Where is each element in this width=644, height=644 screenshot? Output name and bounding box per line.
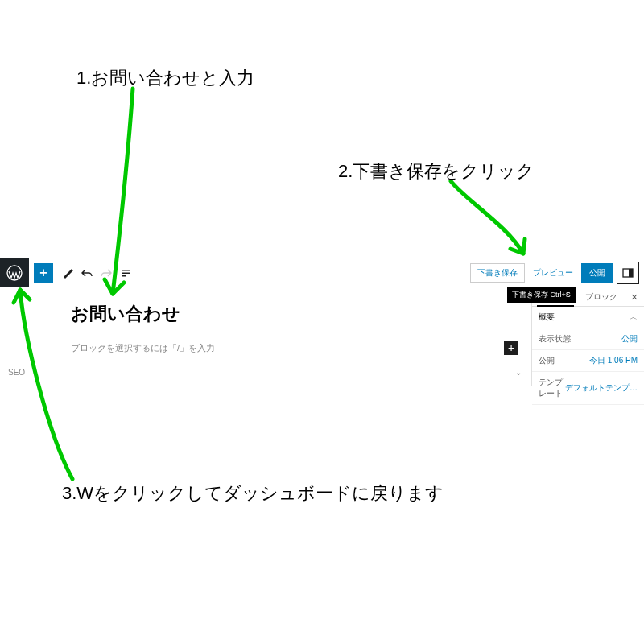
- svg-rect-1: [122, 270, 130, 271]
- wordpress-editor: + 下書き保存 プレビュー 公開 お問い合わせ ブロックを選択するには「/」を入…: [0, 258, 644, 386]
- chevron-down-icon[interactable]: ⌄: [515, 368, 522, 377]
- row-template[interactable]: テンプレート デフォルトテンプ…: [532, 372, 644, 405]
- svg-rect-3: [122, 275, 126, 277]
- redo-icon[interactable]: [97, 264, 115, 282]
- editor-canvas[interactable]: お問い合わせ ブロックを選択するには「/」を入力 +: [0, 287, 531, 386]
- publish-button[interactable]: 公開: [581, 263, 613, 283]
- sidebar-icon: [622, 267, 634, 279]
- panel-summary[interactable]: 概要 ︿: [532, 307, 644, 328]
- save-draft-button[interactable]: 下書き保存: [470, 263, 525, 283]
- page-title[interactable]: お問い合わせ: [71, 302, 531, 326]
- wordpress-icon: [6, 265, 23, 281]
- template-label: テンプレート: [539, 377, 565, 399]
- seo-panel-label[interactable]: SEO: [8, 368, 25, 377]
- annotation-1: 1.お問い合わせと入力: [76, 66, 254, 90]
- row-publish[interactable]: 公開 今日 1:06 PM: [532, 350, 644, 372]
- inline-add-block-button[interactable]: +: [504, 341, 518, 355]
- svg-rect-2: [122, 272, 130, 274]
- save-draft-tooltip: 下書き保存 Ctrl+S: [507, 287, 576, 303]
- visibility-label: 表示状態: [539, 333, 621, 345]
- undo-icon[interactable]: [78, 264, 96, 282]
- summary-label: 概要: [539, 312, 555, 323]
- close-sidebar-button[interactable]: ×: [625, 287, 644, 306]
- tools-icon[interactable]: [59, 264, 76, 282]
- annotation-2: 2.下書き保存をクリック: [338, 159, 535, 184]
- settings-panel-toggle[interactable]: [617, 262, 639, 284]
- tab-block[interactable]: ブロック: [579, 287, 625, 306]
- preview-button[interactable]: プレビュー: [528, 264, 578, 282]
- row-visibility[interactable]: 表示状態 公開: [532, 328, 644, 350]
- details-icon[interactable]: [117, 264, 134, 282]
- visibility-value: 公開: [621, 333, 638, 345]
- publish-label: 公開: [539, 355, 589, 366]
- annotation-3: 3.Wをクリックしてダッシュボードに戻ります: [62, 481, 444, 506]
- editor-topbar: + 下書き保存 プレビュー 公開: [0, 258, 644, 287]
- chevron-up-icon: ︿: [630, 312, 638, 323]
- block-placeholder[interactable]: ブロックを選択するには「/」を入力: [71, 342, 531, 354]
- publish-value: 今日 1:06 PM: [589, 355, 638, 366]
- add-block-button[interactable]: +: [34, 263, 53, 283]
- wordpress-logo-button[interactable]: [0, 258, 29, 287]
- svg-rect-5: [629, 269, 633, 277]
- template-value: デフォルトテンプ…: [565, 382, 638, 394]
